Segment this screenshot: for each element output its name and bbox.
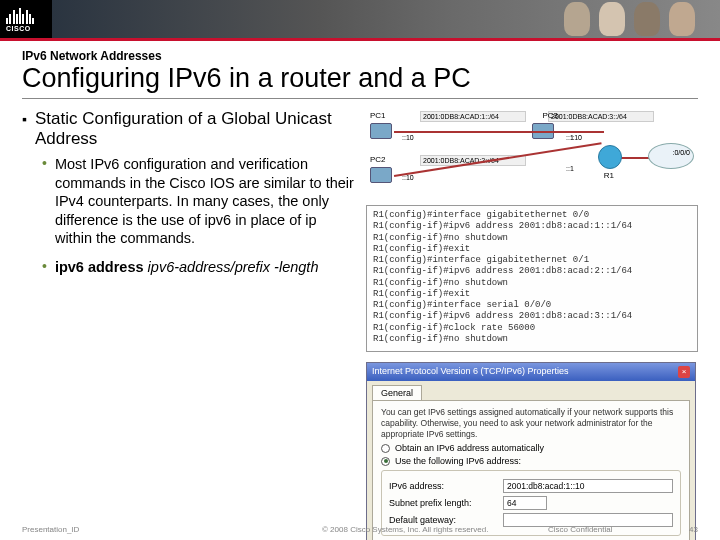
field-ipv6-address[interactable]: 2001:db8:acad:1::10 <box>503 479 673 493</box>
radio-auto-address[interactable]: Obtain an IPv6 address automatically <box>381 443 681 453</box>
figure-column: 2001:0DB8:ACAD:1::/64 2001:0DB8:ACAD:2::… <box>366 109 698 540</box>
section-kicker: IPv6 Network Addresses <box>22 49 698 63</box>
header-band: CISCO <box>0 0 720 38</box>
host-addr: ::10 <box>402 174 414 181</box>
bullet-sub-2-text: ipv6 address ipv6-address/prefix -length <box>55 258 319 277</box>
title-divider <box>22 98 698 99</box>
cli-line: R1(config-if)#clock rate 56000 <box>373 323 691 334</box>
cli-line: R1(config-if)#no shutdown <box>373 233 691 244</box>
pc-icon <box>370 123 392 139</box>
pc-icon <box>370 167 392 183</box>
dialog-panel: You can get IPv6 settings assigned autom… <box>372 400 690 540</box>
bullet-sub-1: • Most IPv6 configuration and verificati… <box>42 155 354 248</box>
footer-presentation-id: Presentation_ID <box>22 525 322 534</box>
host-addr: ::10 <box>402 134 414 141</box>
radio-label: Obtain an IPv6 address automatically <box>395 443 544 453</box>
cisco-logo: CISCO <box>0 0 52 38</box>
pc3-label: PC3 <box>542 111 558 120</box>
pc1-label: PC1 <box>370 111 386 120</box>
ipv6-properties-dialog: Internet Protocol Version 6 (TCP/IPv6) P… <box>366 362 696 540</box>
square-bullet-icon: ▪ <box>22 109 27 149</box>
cli-line: R1(config-if)#ipv6 address 2001:db8:acad… <box>373 266 691 277</box>
radio-label: Use the following IPv6 address: <box>395 456 521 466</box>
cli-line: R1(config-if)#exit <box>373 244 691 255</box>
cloud-icon <box>648 143 694 169</box>
cli-output: R1(config)#interface gigabitethernet 0/0… <box>366 205 698 352</box>
router-icon <box>598 145 622 169</box>
pc2-label: PC2 <box>370 155 386 164</box>
label-prefix-length: Subnet prefix length: <box>389 498 497 508</box>
footer-page-number: 43 <box>678 525 698 534</box>
label-default-gateway: Default gateway: <box>389 515 497 525</box>
cmd-args: ipv6-address/prefix -length <box>148 259 319 275</box>
cli-line: R1(config)#interface gigabitethernet 0/1 <box>373 255 691 266</box>
close-icon[interactable]: × <box>678 366 690 378</box>
dot-bullet-icon: • <box>42 258 47 277</box>
cli-line: R1(config)#interface gigabitethernet 0/0 <box>373 210 691 221</box>
dialog-titlebar[interactable]: Internet Protocol Version 6 (TCP/IPv6) P… <box>367 363 695 381</box>
serial-label: :0/0/0 <box>634 149 690 156</box>
cli-line: R1(config-if)#ipv6 address 2001:db8:acad… <box>373 221 691 232</box>
radio-icon <box>381 457 390 466</box>
cli-line: R1(config-if)#ipv6 address 2001:db8:acad… <box>373 311 691 322</box>
tab-general[interactable]: General <box>372 385 422 400</box>
host-addr: ::10 <box>570 134 582 141</box>
dialog-title: Internet Protocol Version 6 (TCP/IPv6) P… <box>372 366 569 378</box>
cisco-logo-text: CISCO <box>6 25 34 32</box>
footer-confidential: Cisco Confidential <box>548 525 678 534</box>
page-title: Configuring IPv6 in a router and a PC <box>22 63 698 94</box>
radio-icon <box>381 444 390 453</box>
router-label: R1 <box>604 171 614 180</box>
dialog-help-text: You can get IPv6 settings assigned autom… <box>381 407 681 440</box>
label-ipv6-address: IPv6 address: <box>389 481 497 491</box>
header-photo-strip <box>52 0 720 38</box>
cli-line: R1(config-if)#no shutdown <box>373 334 691 345</box>
cisco-logo-bars <box>6 6 34 24</box>
cli-line: R1(config-if)#no shutdown <box>373 278 691 289</box>
bullet-main-text: Static Configuration of a Global Unicast… <box>35 109 354 149</box>
cli-line: R1(config-if)#exit <box>373 289 691 300</box>
network-diagram: 2001:0DB8:ACAD:1::/64 2001:0DB8:ACAD:2::… <box>366 109 698 197</box>
bullet-main: ▪ Static Configuration of a Global Unica… <box>22 109 354 149</box>
radio-manual-address[interactable]: Use the following IPv6 address: <box>381 456 681 466</box>
bullet-sub-2: • ipv6 address ipv6-address/prefix -leng… <box>42 258 354 277</box>
dialog-tabbar: General <box>367 381 695 400</box>
ifc-addr: ::1 <box>566 165 574 172</box>
link-line <box>394 131 604 133</box>
slide-footer: Presentation_ID © 2008 Cisco Systems, In… <box>22 525 698 534</box>
dot-bullet-icon: • <box>42 155 47 248</box>
bullet-sub-1-text: Most IPv6 configuration and verification… <box>55 155 354 248</box>
subnet-label-1: 2001:0DB8:ACAD:1::/64 <box>420 111 526 122</box>
footer-copyright: © 2008 Cisco Systems, Inc. All rights re… <box>322 525 548 534</box>
text-column: ▪ Static Configuration of a Global Unica… <box>22 109 354 540</box>
cli-line: R1(config)#interface serial 0/0/0 <box>373 300 691 311</box>
subnet-label-3: 2001:0DB8:ACAD:3::/64 <box>548 111 654 122</box>
field-prefix-length[interactable]: 64 <box>503 496 547 510</box>
cmd-keyword: ipv6 address <box>55 259 148 275</box>
